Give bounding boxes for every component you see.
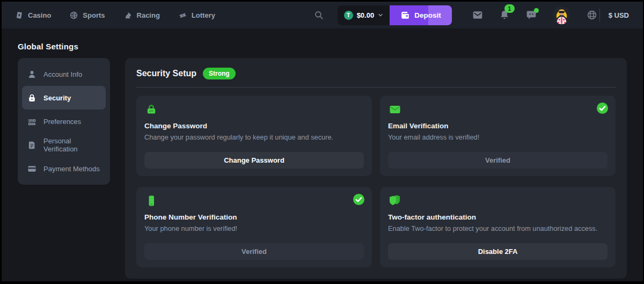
double-shield-icon [388, 194, 402, 207]
card-description: Enable Two-factor to protect your accoun… [388, 224, 608, 232]
nav-item-lottery[interactable]: Lottery [178, 11, 215, 20]
phone-icon [144, 194, 158, 207]
notifications-bell-icon[interactable]: 1 [499, 10, 510, 20]
card-description: Your phone number is verified! [144, 224, 364, 232]
card-two-factor: Two-factor authentication Enable Two-fac… [380, 187, 616, 267]
lock-icon [27, 93, 36, 103]
balance-amount: $0.00 [357, 11, 375, 19]
nav-item-sports[interactable]: Sports [69, 11, 105, 20]
sidebar-item-label: Preferences [43, 118, 81, 126]
divider [136, 87, 616, 88]
card-description: Change your password regularly to keep i… [144, 133, 364, 141]
nav-label: Lottery [192, 11, 215, 19]
sidebar-item-security[interactable]: Security [22, 86, 106, 110]
security-cards-grid: Change Password Change your password reg… [136, 96, 616, 267]
settings-page: Global Settings Account Info Security [2, 28, 643, 279]
sidebar-item-label: Personal Verification [43, 137, 100, 153]
wallet-icon [400, 10, 410, 20]
envelope-icon [388, 103, 402, 116]
chevron-down-icon [378, 12, 383, 18]
email-verified-button[interactable]: Verified [388, 152, 608, 169]
card-change-password: Change Password Change your password reg… [136, 96, 372, 176]
card-phone-verification: Phone Number Verification Your phone num… [136, 187, 372, 267]
change-password-button[interactable]: Change Password [144, 152, 364, 169]
person-icon [27, 70, 36, 79]
search-icon[interactable] [314, 10, 324, 20]
nav-item-casino[interactable]: Casino [14, 11, 51, 20]
sidebar-item-label: Payment Methods [43, 165, 100, 173]
deposit-label: Deposit [414, 11, 441, 19]
currency-selector[interactable]: $ USD [609, 11, 629, 19]
panel-title: Security Setup [136, 69, 196, 78]
mail-icon[interactable] [472, 10, 483, 20]
currency-label: $ USD [609, 11, 629, 19]
tether-coin-icon: T [344, 11, 353, 20]
credit-card-icon [27, 164, 36, 173]
lottery-icon [178, 11, 187, 20]
nav-item-racing[interactable]: Racing [123, 11, 160, 20]
racing-icon [123, 11, 133, 20]
top-navbar: Casino Sports Racing Lottery [2, 2, 643, 28]
security-strength-badge: Strong [203, 68, 236, 79]
page-title: Global Settings [18, 42, 627, 51]
nav-label: Sports [83, 11, 105, 19]
document-icon [27, 141, 36, 150]
casino-icon [14, 11, 24, 20]
sports-icon [69, 11, 78, 20]
sidebar-item-label: Security [43, 94, 71, 102]
language-globe-icon[interactable] [587, 10, 597, 20]
chat-icon[interactable] [526, 10, 537, 20]
verified-check-icon [353, 194, 364, 205]
card-title: Phone Number Verification [144, 213, 364, 221]
wallet-group: T $0.00 Deposit [338, 5, 452, 25]
sidebar-item-preferences[interactable]: Preferences [22, 110, 106, 133]
sidebar-item-label: Account Info [43, 70, 82, 78]
sidebar-item-personal-verification[interactable]: Personal Verification [22, 133, 106, 157]
sliders-icon [27, 117, 36, 126]
notification-count-badge: 1 [504, 4, 515, 13]
card-email-verification: Email Verification Your email address is… [380, 96, 616, 176]
primary-nav: Casino Sports Racing Lottery [14, 11, 215, 20]
nav-label: Casino [28, 11, 51, 19]
user-avatar[interactable] [553, 6, 570, 24]
verified-check-icon [597, 103, 608, 114]
app-window: Casino Sports Racing Lottery [2, 2, 643, 281]
card-title: Email Verification [388, 122, 608, 130]
deposit-button[interactable]: Deposit [390, 5, 452, 25]
disable-2fa-button[interactable]: Disable 2FA [388, 243, 608, 260]
card-description: Your email address is verified! [388, 133, 608, 141]
card-title: Two-factor authentication [388, 213, 608, 221]
balance-dropdown[interactable]: T $0.00 [338, 5, 390, 25]
settings-sidebar: Account Info Security Preferences [18, 58, 110, 185]
navbar-right: T $0.00 Deposit 1 [314, 5, 629, 25]
divider [599, 9, 600, 21]
padlock-icon [144, 103, 158, 116]
security-setup-panel: Security Setup Strong Change Password Ch… [125, 58, 627, 279]
sidebar-item-payment-methods[interactable]: Payment Methods [22, 157, 106, 180]
sidebar-item-account-info[interactable]: Account Info [22, 62, 106, 86]
phone-verified-button[interactable]: Verified [144, 243, 364, 260]
nav-label: Racing [137, 11, 160, 19]
online-status-dot [534, 8, 539, 13]
card-title: Change Password [144, 122, 364, 130]
